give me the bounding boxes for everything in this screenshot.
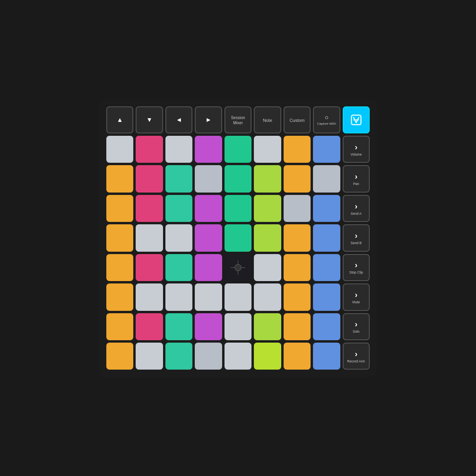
pad-novation[interactable] bbox=[343, 106, 370, 133]
grid-pad-center[interactable] bbox=[225, 254, 251, 281]
grid-pad[interactable] bbox=[313, 224, 340, 251]
grid-pad[interactable] bbox=[254, 224, 281, 251]
grid-pad[interactable] bbox=[225, 165, 251, 192]
mute-arrow-icon: › bbox=[355, 290, 357, 299]
grid-pad[interactable] bbox=[165, 136, 192, 163]
note-label: Note bbox=[263, 118, 272, 123]
grid-pad[interactable] bbox=[136, 343, 163, 370]
pad-pan[interactable]: › Pan bbox=[343, 165, 370, 192]
capture-midi-icon: ○ bbox=[324, 114, 328, 121]
pan-arrow-icon: › bbox=[355, 172, 357, 181]
grid-pad[interactable] bbox=[254, 136, 281, 163]
grid-pad[interactable] bbox=[195, 313, 222, 340]
grid-pad[interactable] bbox=[136, 195, 163, 222]
grid-pad[interactable] bbox=[254, 195, 281, 222]
grid-pad[interactable] bbox=[284, 283, 311, 310]
grid-pad[interactable] bbox=[284, 195, 311, 222]
grid-pad[interactable] bbox=[106, 283, 133, 310]
grid-pad[interactable] bbox=[195, 165, 222, 192]
novation-logo-icon bbox=[350, 114, 363, 126]
pad-session-mixer[interactable]: SessionMixer bbox=[225, 106, 251, 133]
grid-pad[interactable] bbox=[195, 195, 222, 222]
grid-pad[interactable] bbox=[165, 254, 192, 281]
grid-pad[interactable] bbox=[195, 254, 222, 281]
record-arm-label: Record Arm bbox=[347, 359, 365, 363]
pad-capture-midi[interactable]: ○ Capture MIDI bbox=[313, 106, 340, 133]
pad-down[interactable]: ▼ bbox=[136, 106, 163, 133]
pad-send-b[interactable]: › Send B bbox=[343, 224, 370, 251]
grid-pad[interactable] bbox=[254, 165, 281, 192]
grid-pad[interactable] bbox=[195, 224, 222, 251]
volume-arrow-icon: › bbox=[355, 143, 357, 152]
grid-pad[interactable] bbox=[195, 136, 222, 163]
grid-pad[interactable] bbox=[106, 313, 133, 340]
solo-arrow-icon: › bbox=[355, 320, 357, 329]
grid-pad[interactable] bbox=[254, 343, 281, 370]
pad-send-a[interactable]: › Send A bbox=[343, 195, 370, 222]
grid-pad[interactable] bbox=[165, 343, 192, 370]
pad-solo[interactable]: › Solo bbox=[343, 313, 370, 340]
svg-point-2 bbox=[235, 264, 241, 271]
grid-pad[interactable] bbox=[136, 224, 163, 251]
pad-left[interactable]: ◄ bbox=[165, 106, 192, 133]
grid-pad[interactable] bbox=[225, 283, 251, 310]
pad-right-arrow[interactable]: ► bbox=[195, 106, 222, 133]
pad-volume[interactable]: › Volume bbox=[343, 136, 370, 163]
grid-pad[interactable] bbox=[254, 313, 281, 340]
grid-pad[interactable] bbox=[225, 136, 251, 163]
grid-pad[interactable] bbox=[136, 283, 163, 310]
pan-label: Pan bbox=[353, 182, 359, 186]
grid-pad[interactable] bbox=[313, 195, 340, 222]
grid-pad[interactable] bbox=[195, 283, 222, 310]
pad-custom[interactable]: Custom bbox=[284, 106, 311, 133]
grid-pad[interactable] bbox=[313, 283, 340, 310]
grid-pad[interactable] bbox=[254, 254, 281, 281]
grid-pad[interactable] bbox=[284, 136, 311, 163]
grid-pad[interactable] bbox=[313, 343, 340, 370]
grid-pad[interactable] bbox=[165, 313, 192, 340]
mute-label: Mute bbox=[352, 300, 360, 304]
grid-pad[interactable] bbox=[284, 254, 311, 281]
left-icon: ◄ bbox=[176, 116, 182, 123]
grid-pad[interactable] bbox=[136, 165, 163, 192]
grid-pad[interactable] bbox=[313, 254, 340, 281]
grid-pad[interactable] bbox=[225, 313, 251, 340]
grid-pad[interactable] bbox=[313, 313, 340, 340]
grid-pad[interactable] bbox=[165, 283, 192, 310]
pad-record-arm[interactable]: › Record Arm bbox=[343, 343, 370, 370]
grid-pad[interactable] bbox=[313, 165, 340, 192]
stop-clip-arrow-icon: › bbox=[355, 260, 357, 270]
send-a-label: Send A bbox=[351, 212, 361, 216]
grid-pad[interactable] bbox=[225, 195, 251, 222]
grid-pad[interactable] bbox=[284, 165, 311, 192]
grid-pad[interactable] bbox=[284, 313, 311, 340]
send-a-arrow-icon: › bbox=[355, 202, 357, 211]
pad-up[interactable]: ▲ bbox=[106, 106, 133, 133]
grid-pad[interactable] bbox=[165, 195, 192, 222]
grid-pad[interactable] bbox=[136, 254, 163, 281]
stop-clip-label: Stop Clip bbox=[349, 270, 363, 274]
grid-pad[interactable] bbox=[106, 224, 133, 251]
grid-pad[interactable] bbox=[106, 254, 133, 281]
grid-pad[interactable] bbox=[284, 224, 311, 251]
grid-pad[interactable] bbox=[106, 136, 133, 163]
grid-pad[interactable] bbox=[106, 165, 133, 192]
grid-pad[interactable] bbox=[165, 165, 192, 192]
grid-pad[interactable] bbox=[313, 136, 340, 163]
grid-pad[interactable] bbox=[195, 343, 222, 370]
grid-pad[interactable] bbox=[225, 224, 251, 251]
solo-label: Solo bbox=[353, 330, 359, 333]
grid-pad[interactable] bbox=[106, 343, 133, 370]
pad-stop-clip[interactable]: › Stop Clip bbox=[343, 254, 370, 281]
pad-mute[interactable]: › Mute bbox=[343, 283, 370, 310]
grid-pad[interactable] bbox=[254, 283, 281, 310]
grid-pad[interactable] bbox=[136, 136, 163, 163]
grid-pad[interactable] bbox=[106, 195, 133, 222]
grid-pad[interactable] bbox=[225, 343, 251, 370]
grid-pad[interactable] bbox=[284, 343, 311, 370]
pad-note[interactable]: Note bbox=[254, 106, 281, 133]
capture-midi-label: Capture MIDI bbox=[317, 122, 336, 125]
grid-pad[interactable] bbox=[165, 224, 192, 251]
right-icon: ► bbox=[205, 116, 212, 123]
grid-pad[interactable] bbox=[136, 313, 163, 340]
